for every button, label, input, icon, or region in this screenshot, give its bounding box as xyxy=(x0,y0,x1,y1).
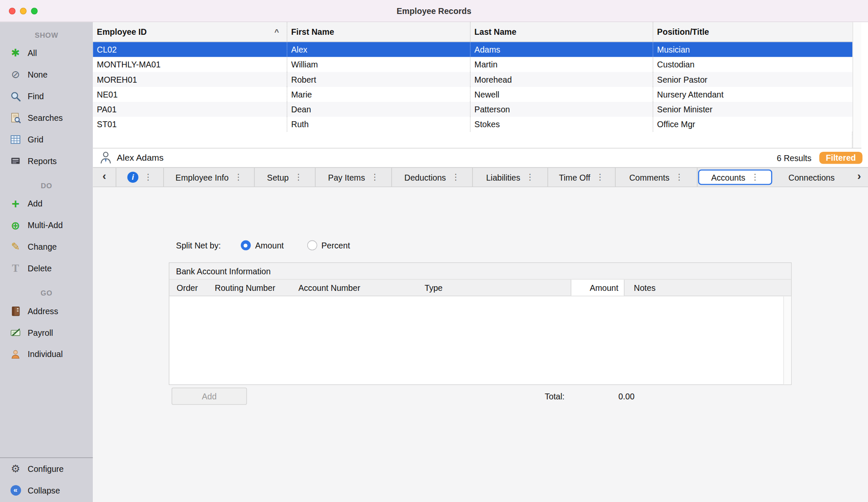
table-row[interactable]: PA01 Dean Patterson Senior Minister xyxy=(93,102,852,117)
sidebar: SHOW ✱ All ⊘ None Find Searches xyxy=(0,22,93,502)
close-window-button[interactable] xyxy=(9,8,16,14)
sidebar-item-address[interactable]: Address xyxy=(0,300,93,322)
table-vertical-scrollbar[interactable] xyxy=(852,22,861,148)
bank-table-scrollbar[interactable] xyxy=(783,296,791,385)
current-record-name: Alex Adams xyxy=(117,153,164,163)
amount-radio-label: Amount xyxy=(255,241,284,250)
tab-time-off[interactable]: Time Off ⋮ xyxy=(548,168,615,187)
sidebar-item-label: Address xyxy=(28,306,58,315)
sidebar-item-label: Configure xyxy=(28,464,64,474)
chevron-right-icon: › xyxy=(857,170,861,184)
column-header-first-name[interactable]: First Name xyxy=(287,22,470,42)
payroll-check-icon xyxy=(9,326,22,339)
tab-comments[interactable]: Comments ⋮ xyxy=(615,168,697,187)
sidebar-item-individual[interactable]: Individual xyxy=(0,343,93,365)
sort-ascending-icon: ^ xyxy=(275,28,279,36)
kebab-menu-icon[interactable]: ⋮ xyxy=(294,172,303,182)
column-header-position[interactable]: Position/Title xyxy=(653,22,852,42)
amount-radio[interactable] xyxy=(241,240,251,251)
window-controls xyxy=(9,8,38,14)
kebab-menu-icon[interactable]: ⋮ xyxy=(751,172,760,182)
column-header-account-number: Account Number xyxy=(298,280,425,296)
zoom-window-button[interactable] xyxy=(31,8,38,14)
tabs-scroll-left-button[interactable]: ‹ xyxy=(93,168,116,187)
sidebar-item-collapse[interactable]: « Collapse xyxy=(0,480,93,501)
sidebar-item-all[interactable]: ✱ All xyxy=(0,42,93,64)
pencil-icon: ✎ xyxy=(11,241,20,252)
document-search-icon xyxy=(9,112,22,124)
kebab-menu-icon[interactable]: ⋮ xyxy=(234,172,242,182)
tab-info[interactable]: i ⋮ xyxy=(116,168,164,187)
tab-accounts-selected[interactable]: Accounts ⋮ xyxy=(698,170,772,185)
kebab-menu-icon[interactable]: ⋮ xyxy=(451,172,460,182)
sidebar-item-none[interactable]: ⊘ None xyxy=(0,64,93,85)
sidebar-item-label: Individual xyxy=(28,349,63,359)
column-header-amount: Amount xyxy=(571,280,625,296)
table-row[interactable]: CL02 Alex Adams Musician xyxy=(93,42,852,57)
sidebar-item-searches[interactable]: Searches xyxy=(0,107,93,128)
tabs-scroll-right-button[interactable]: › xyxy=(850,168,868,187)
tab-connections[interactable]: Connections xyxy=(773,168,850,187)
tab-liabilities[interactable]: Liabilities ⋮ xyxy=(473,168,548,187)
info-icon: i xyxy=(127,172,138,183)
employee-table-header: Employee ID ^ First Name Last Name Posit… xyxy=(93,22,852,42)
table-row[interactable]: MONTHLY-MA01 William Martin Custodian xyxy=(93,57,852,72)
column-header-employee-id[interactable]: Employee ID ^ xyxy=(93,22,287,42)
percent-radio-label: Percent xyxy=(321,241,350,250)
bank-account-information-box: Bank Account Information Order Routing N… xyxy=(169,262,791,385)
sidebar-item-label: Delete xyxy=(28,264,52,273)
sidebar-item-grid[interactable]: Grid xyxy=(0,128,93,150)
kebab-menu-icon[interactable]: ⋮ xyxy=(370,172,379,182)
report-icon xyxy=(9,155,22,167)
table-row[interactable]: NE01 Marie Newell Nursery Attendant xyxy=(93,87,852,102)
sidebar-item-payroll[interactable]: Payroll xyxy=(0,322,93,343)
sidebar-item-label: Collapse xyxy=(28,485,60,495)
split-net-label: Split Net by: xyxy=(176,241,221,250)
sidebar-item-multi-add[interactable]: ⊕ Multi-Add xyxy=(0,214,93,236)
split-net-row: Split Net by: Amount Percent xyxy=(176,238,350,253)
search-icon xyxy=(9,90,22,102)
total-label: Total: xyxy=(545,391,565,401)
kebab-menu-icon[interactable]: ⋮ xyxy=(596,172,604,182)
sidebar-item-label: Searches xyxy=(28,113,63,122)
sidebar-item-find[interactable]: Find xyxy=(0,85,93,107)
table-row[interactable]: MOREH01 Robert Morehead Senior Pastor xyxy=(93,72,852,87)
kebab-menu-icon[interactable]: ⋮ xyxy=(526,172,534,182)
collapse-icon: « xyxy=(10,485,21,496)
percent-radio[interactable] xyxy=(307,240,317,251)
window-title: Employee Records xyxy=(397,6,471,15)
total-value: 0.00 xyxy=(618,391,634,401)
sidebar-item-label: Multi-Add xyxy=(28,220,63,230)
person-icon xyxy=(9,348,22,360)
person-outline-icon xyxy=(100,151,112,165)
sidebar-item-change[interactable]: ✎ Change xyxy=(0,236,93,257)
add-account-button[interactable]: Add xyxy=(172,388,247,404)
sidebar-item-configure[interactable]: ⚙ Configure xyxy=(0,458,93,480)
results-count: 6 Results xyxy=(777,153,812,162)
sidebar-item-label: Find xyxy=(28,92,44,101)
sidebar-item-label: Change xyxy=(28,242,57,251)
tab-employee-info[interactable]: Employee Info ⋮ xyxy=(164,168,255,187)
sidebar-item-label: Grid xyxy=(28,134,43,144)
sidebar-item-delete[interactable]: T Delete xyxy=(0,257,93,279)
filtered-badge[interactable]: Filtered xyxy=(819,152,862,164)
sidebar-item-reports[interactable]: Reports xyxy=(0,150,93,172)
kebab-menu-icon[interactable]: ⋮ xyxy=(144,172,153,182)
tab-pay-items[interactable]: Pay Items ⋮ xyxy=(315,168,392,187)
sidebar-item-label: Payroll xyxy=(28,328,53,337)
sidebar-section-go: GO xyxy=(0,287,93,300)
column-header-last-name[interactable]: Last Name xyxy=(470,22,653,42)
column-header-routing-number: Routing Number xyxy=(215,280,298,296)
table-row[interactable]: ST01 Ruth Stokes Office Mgr xyxy=(93,117,852,132)
app-window: Employee Records SHOW ✱ All ⊘ None Find xyxy=(0,0,868,502)
main-content: Employee ID ^ First Name Last Name Posit… xyxy=(93,22,868,502)
sidebar-item-add[interactable]: + Add xyxy=(0,193,93,215)
tab-deductions[interactable]: Deductions ⋮ xyxy=(392,168,473,187)
minimize-window-button[interactable] xyxy=(20,8,27,14)
sidebar-item-label: Add xyxy=(28,199,42,208)
plus-icon: + xyxy=(11,197,19,210)
bank-table-header: Order Routing Number Account Number Type… xyxy=(170,280,791,296)
tab-setup[interactable]: Setup ⋮ xyxy=(255,168,316,187)
employee-table: Employee ID ^ First Name Last Name Posit… xyxy=(93,22,861,148)
kebab-menu-icon[interactable]: ⋮ xyxy=(675,172,684,182)
